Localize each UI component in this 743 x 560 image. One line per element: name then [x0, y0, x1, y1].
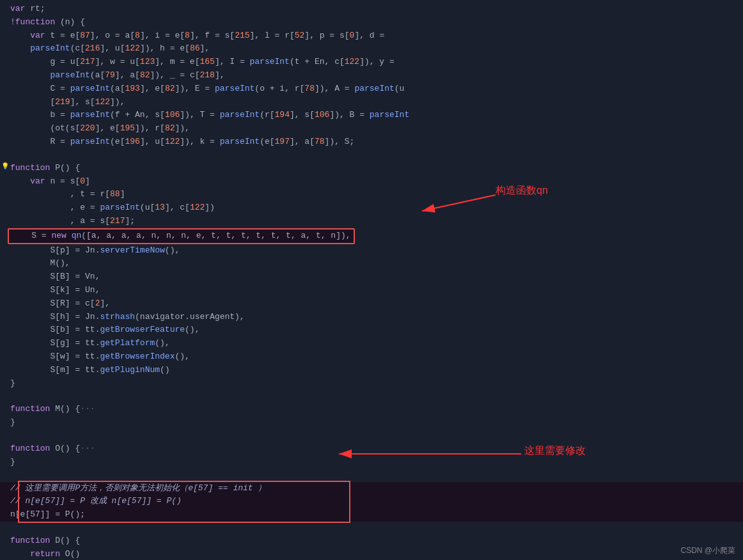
line-29	[0, 390, 743, 403]
line-content-20: S[B] = Vn,	[6, 270, 743, 284]
line-2: var t = e[87], o = a[8], i = e[8], f = s…	[0, 29, 743, 43]
line-37: // n[e[57]] = P 改成 n[e[57]] = P()	[0, 495, 743, 508]
line-24: S[b] = tt.getBrowserFeature(),	[0, 323, 743, 337]
line-6: C = parseInt(a[193], e[82]), E = parseIn…	[0, 82, 743, 96]
line-content-16: , a = s[217];	[6, 215, 743, 228]
annotation-label-1: 构造函数qn	[496, 184, 548, 198]
line-content-27: S[m] = tt.getPluginNum()	[6, 364, 743, 377]
line-40: function D() {	[0, 534, 743, 548]
line-11	[0, 149, 743, 162]
line-content-3: parseInt(c[216], u[122]), h = e[86],	[6, 42, 743, 56]
line-39	[0, 522, 743, 534]
line-content-21: S[k] = Un,	[6, 284, 743, 297]
line-content-6: C = parseInt(a[193], e[82]), E = parseIn…	[6, 82, 743, 96]
line-content-24: S[b] = tt.getBrowserFeature(),	[6, 323, 743, 337]
line-content-8: b = parseInt(f + An, s[106]), T = parseI…	[6, 109, 743, 122]
line-content-7: [219], s[122]),	[6, 96, 743, 109]
code-area: var rt;!function (n) { var t = e[87], o …	[0, 0, 743, 560]
line-34: }	[0, 456, 743, 469]
line-5: parseInt(a[79], a[82]), _ = c[218],	[0, 69, 743, 82]
line-content-19: M(),	[6, 257, 743, 270]
line-8: b = parseInt(f + An, s[106]), T = parseI…	[0, 109, 743, 122]
line-content-26: S[w] = tt.getBrowserIndex(),	[6, 350, 743, 364]
line-36: // 这里需要调用P方法，否则对象无法初始化（e[57] == init ）	[0, 482, 743, 495]
line-content-22: S[R] = c[2],	[6, 297, 743, 311]
line-content-31: }	[6, 416, 743, 430]
line-content-0: var rt;	[6, 3, 743, 16]
line-content-1: !function (n) {	[6, 16, 743, 29]
line-13: var n = s[0]	[0, 175, 743, 189]
line-content-41: return O()	[6, 548, 743, 560]
line-content-37: // n[e[57]] = P 改成 n[e[57]] = P()	[6, 495, 743, 508]
line-content-30: function M() {···	[6, 403, 743, 416]
line-12: 💡function P() {	[0, 162, 743, 175]
line-21: S[k] = Un,	[0, 284, 743, 297]
line-content-25: S[g] = tt.getPlatform(),	[6, 337, 743, 350]
line-28: }	[0, 377, 743, 391]
line-20: S[B] = Vn,	[0, 270, 743, 284]
line-content-5: parseInt(a[79], a[82]), _ = c[218],	[6, 69, 743, 82]
bulb-icon: 💡	[1, 162, 9, 172]
line-9: (ot(s[220], e[195]), r[82]),	[0, 122, 743, 136]
line-content-9: (ot(s[220], e[195]), r[82]),	[6, 122, 743, 136]
annotation-label-2: 这里需要修改	[524, 444, 586, 458]
line-content-4: g = u[217], w = u[123], m = e[165], I = …	[6, 56, 743, 69]
line-4: g = u[217], w = u[123], m = e[165], I = …	[0, 56, 743, 69]
line-10: R = parseInt(e[196], u[122]), k = parseI…	[0, 136, 743, 149]
line-16: , a = s[217];	[0, 215, 743, 228]
code-editor: var rt;!function (n) { var t = e[87], o …	[0, 0, 743, 560]
line-0: var rt;	[0, 3, 743, 16]
line-content-33: function O() {···	[6, 442, 743, 456]
line-35	[0, 469, 743, 482]
line-7: [219], s[122]),	[0, 96, 743, 109]
line-content-12: function P() {	[6, 162, 743, 175]
line-1: !function (n) {	[0, 16, 743, 29]
line-content-14: , t = r[88]	[6, 188, 743, 201]
line-content-36: // 这里需要调用P方法，否则对象无法初始化（e[57] == init ）	[6, 482, 743, 495]
line-content-34: }	[6, 456, 743, 469]
line-content-15: , e = parseInt(u[13], c[122])	[6, 201, 743, 215]
line-17: S = new qn([a, a, a, a, n, n, n, e, t, t…	[0, 228, 743, 244]
line-27: S[m] = tt.getPluginNum()	[0, 364, 743, 377]
line-content-10: R = parseInt(e[196], u[122]), k = parseI…	[6, 136, 743, 149]
line-content-38: n[e[57]] = P();	[6, 508, 743, 522]
line-26: S[w] = tt.getBrowserIndex(),	[0, 350, 743, 364]
line-14: , t = r[88]	[0, 188, 743, 201]
line-18: S[p] = Jn.serverTimeNow(),	[0, 244, 743, 258]
line-31: }	[0, 416, 743, 430]
line-content-17: S = new qn([a, a, a, a, n, n, n, e, t, t…	[4, 228, 739, 244]
line-content-13: var n = s[0]	[6, 175, 743, 189]
line-38: n[e[57]] = P();	[0, 508, 743, 522]
line-content-18: S[p] = Jn.serverTimeNow(),	[6, 244, 743, 258]
attribution: CSDN @小爬菜	[680, 545, 735, 556]
line-15: , e = parseInt(u[13], c[122])	[0, 201, 743, 215]
line-41: return O()	[0, 548, 743, 560]
line-30: function M() {···	[0, 403, 743, 416]
line-content-2: var t = e[87], o = a[8], i = e[8], f = s…	[6, 29, 743, 43]
line-content-23: S[h] = Jn.strhash(navigator.userAgent),	[6, 311, 743, 324]
line-23: S[h] = Jn.strhash(navigator.userAgent),	[0, 311, 743, 324]
line-33: function O() {···	[0, 442, 743, 456]
line-25: S[g] = tt.getPlatform(),	[0, 337, 743, 350]
line-19: M(),	[0, 257, 743, 270]
line-32	[0, 430, 743, 442]
line-content-40: function D() {	[6, 534, 743, 548]
line-content-28: }	[6, 377, 743, 391]
line-22: S[R] = c[2],	[0, 297, 743, 311]
line-3: parseInt(c[216], u[122]), h = e[86],	[0, 42, 743, 56]
